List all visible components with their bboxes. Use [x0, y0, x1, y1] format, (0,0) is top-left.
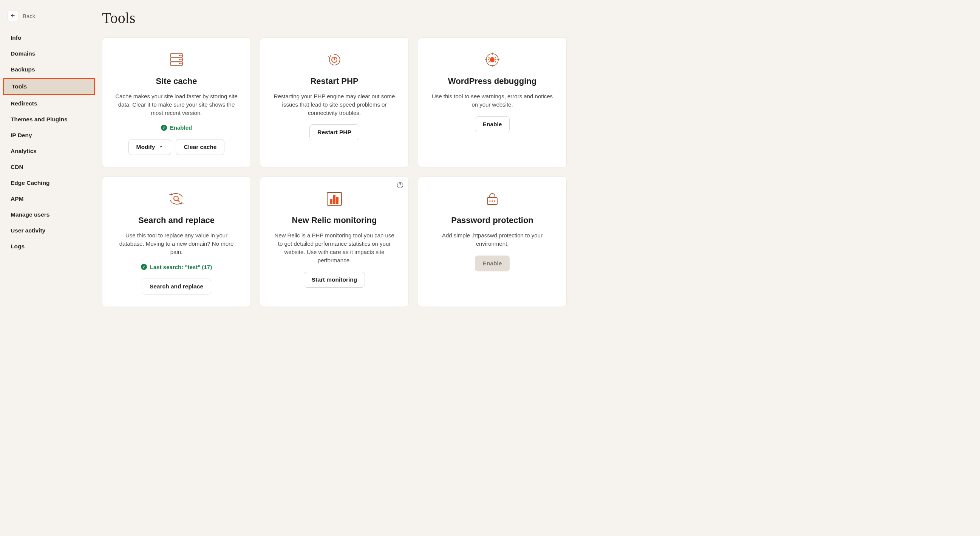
enable-debugging-button[interactable]: Enable	[475, 116, 510, 132]
card-description: Use this tool to replace any value in yo…	[114, 231, 239, 256]
modify-button[interactable]: Modify	[129, 139, 172, 155]
help-icon[interactable]: ?	[397, 182, 403, 188]
svg-rect-6	[179, 59, 180, 60]
sidebar-item-logs[interactable]: Logs	[3, 239, 95, 254]
bug-target-icon	[484, 51, 500, 68]
card-title: Restart PHP	[310, 77, 358, 86]
card-password-protection: Password protection Add simple .htpasswd…	[418, 177, 567, 306]
clear-cache-button[interactable]: Clear cache	[176, 139, 224, 155]
sidebar-item-tools[interactable]: Tools	[3, 78, 95, 95]
sidebar-item-themes-plugins[interactable]: Themes and Plugins	[3, 112, 95, 127]
svg-line-19	[495, 57, 496, 58]
svg-rect-4	[179, 55, 180, 56]
sidebar-item-user-activity[interactable]: User activity	[3, 223, 95, 238]
card-site-cache: Site cache Cache makes your site load fa…	[102, 37, 251, 168]
bar-chart-icon	[326, 190, 343, 207]
back-button[interactable]	[8, 11, 18, 21]
card-restart-php: Restart PHP Restarting your PHP engine m…	[260, 37, 409, 168]
sidebar: Back Info Domains Backups Tools Redirect…	[0, 0, 98, 536]
sidebar-item-manage-users[interactable]: Manage users	[3, 207, 95, 222]
cards-grid: Site cache Cache makes your site load fa…	[102, 37, 567, 307]
sidebar-item-cdn[interactable]: CDN	[3, 160, 95, 175]
search-replace-button[interactable]: Search and replace	[142, 279, 211, 295]
check-circle-icon: ✓	[141, 264, 147, 270]
card-description: Cache makes your site load faster by sto…	[114, 92, 239, 117]
page-title: Tools	[102, 9, 567, 27]
status-enabled: ✓ Enabled	[161, 124, 192, 131]
card-wp-debugging: WordPress debugging Use this tool to see…	[418, 37, 567, 168]
card-description: New Relic is a PHP monitoring tool you c…	[272, 231, 397, 264]
sidebar-item-info[interactable]: Info	[3, 30, 95, 45]
card-title: WordPress debugging	[448, 77, 536, 86]
sidebar-item-edge-caching[interactable]: Edge Caching	[3, 175, 95, 190]
svg-rect-29	[336, 197, 339, 204]
search-cycle-icon	[168, 190, 185, 207]
svg-rect-28	[333, 195, 336, 204]
svg-line-21	[495, 61, 496, 62]
sidebar-item-domains[interactable]: Domains	[3, 46, 95, 61]
back-label: Back	[23, 13, 35, 19]
chevron-down-icon	[159, 144, 163, 150]
restart-php-button[interactable]: Restart PHP	[309, 124, 359, 140]
arrow-left-icon	[10, 13, 16, 19]
sidebar-item-ip-deny[interactable]: IP Deny	[3, 128, 95, 143]
card-description: Use this tool to see warnings, errors an…	[430, 92, 555, 109]
lock-icon	[484, 190, 500, 207]
enable-password-button[interactable]: Enable	[475, 255, 510, 271]
svg-point-32	[492, 200, 493, 202]
card-title: Search and replace	[138, 215, 215, 225]
svg-line-25	[178, 200, 180, 202]
main-content: Tools Site cac	[98, 0, 574, 536]
nav-list: Info Domains Backups Tools Redirects The…	[0, 30, 98, 254]
sidebar-item-apm[interactable]: APM	[3, 191, 95, 206]
status-text: Enabled	[170, 124, 192, 131]
card-new-relic: ? New Relic monitoring New Relic is a PH…	[260, 177, 409, 306]
start-monitoring-button[interactable]: Start monitoring	[304, 272, 365, 288]
card-title: New Relic monitoring	[292, 215, 377, 225]
svg-point-17	[490, 57, 495, 62]
svg-point-31	[489, 200, 491, 202]
svg-point-33	[494, 200, 495, 202]
sidebar-item-analytics[interactable]: Analytics	[3, 144, 95, 159]
card-search-replace: Search and replace Use this tool to repl…	[102, 177, 251, 306]
svg-rect-7	[181, 59, 182, 60]
server-icon	[168, 51, 185, 68]
card-description: Add simple .htpasswd protection to your …	[430, 231, 555, 248]
card-title: Password protection	[451, 215, 533, 225]
svg-line-20	[488, 61, 490, 62]
status-text: Last search: "test" (17)	[150, 264, 212, 270]
sidebar-item-redirects[interactable]: Redirects	[3, 96, 95, 111]
check-circle-icon: ✓	[161, 125, 167, 131]
status-last-search: ✓ Last search: "test" (17)	[141, 264, 212, 270]
svg-rect-8	[179, 63, 180, 64]
svg-rect-5	[181, 55, 182, 56]
svg-line-18	[488, 57, 490, 58]
restart-icon	[327, 51, 342, 68]
sidebar-item-backups[interactable]: Backups	[3, 62, 95, 77]
card-title: Site cache	[156, 77, 197, 86]
svg-rect-27	[330, 199, 332, 204]
svg-rect-9	[181, 63, 182, 64]
card-description: Restarting your PHP engine may clear out…	[272, 92, 397, 117]
